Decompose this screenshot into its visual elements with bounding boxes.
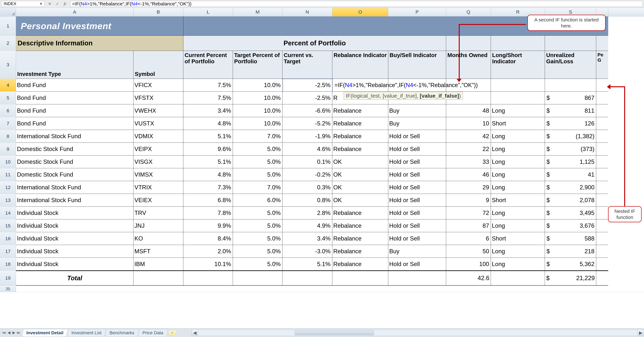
sheet-tab-investment-detail[interactable]: Investment Detail bbox=[22, 329, 68, 336]
cell-B11[interactable]: VIMSX bbox=[134, 168, 183, 181]
cell-S10[interactable]: $1,125 bbox=[545, 156, 596, 168]
cell-S13[interactable]: $2,078 bbox=[545, 194, 596, 206]
cell-T5[interactable] bbox=[596, 92, 608, 104]
row-10-hdr[interactable]: 10 bbox=[0, 156, 16, 168]
cell-R14[interactable]: Long bbox=[491, 206, 545, 220]
cell-A14[interactable]: Individual Stock bbox=[16, 206, 134, 220]
cell-B6[interactable]: VWEHX bbox=[134, 104, 183, 117]
cell-S6[interactable]: $811 bbox=[545, 104, 596, 117]
hdr-longshort[interactable]: Long/Short Indicator bbox=[491, 51, 545, 79]
row-14-hdr[interactable]: 14 bbox=[0, 206, 16, 220]
cell-T13[interactable] bbox=[596, 194, 608, 206]
cell-S18[interactable]: $5,362 bbox=[545, 258, 596, 270]
cell-A18[interactable]: Individual Stock bbox=[16, 258, 134, 270]
cell-R16[interactable]: Short bbox=[491, 232, 545, 245]
cell-Q15[interactable]: 87 bbox=[446, 220, 491, 232]
cell-A10[interactable]: Domestic Stock Fund bbox=[16, 156, 134, 168]
total-label[interactable]: Total bbox=[16, 270, 134, 286]
cell-B10[interactable]: VISGX bbox=[134, 156, 183, 168]
cell-P18[interactable]: Hold or Sell bbox=[388, 258, 446, 270]
cell-T8[interactable] bbox=[596, 130, 608, 143]
total-b[interactable] bbox=[134, 270, 183, 286]
hdr-rebalance[interactable]: Rebalance Indicator bbox=[332, 51, 388, 79]
cell-B15[interactable]: JNJ bbox=[134, 220, 183, 232]
cell-Q8[interactable]: 42 bbox=[446, 130, 491, 143]
row-4-hdr[interactable]: 4 bbox=[0, 79, 16, 92]
cell-M5[interactable]: 10.0% bbox=[233, 92, 282, 104]
cell-P10[interactable]: Hold or Sell bbox=[388, 156, 446, 168]
cell-N6[interactable]: -6.6% bbox=[282, 104, 332, 117]
tab-last-icon[interactable]: ⏭ bbox=[16, 330, 21, 335]
tab-next-icon[interactable]: ▶ bbox=[12, 330, 16, 335]
cell-N14[interactable]: 2.8% bbox=[282, 206, 332, 220]
cell-B9[interactable]: VEIPX bbox=[134, 143, 183, 156]
cell-Q7[interactable]: 10 bbox=[446, 117, 491, 130]
row-9-hdr[interactable]: 9 bbox=[0, 143, 16, 156]
cell-B18[interactable]: IBM bbox=[134, 258, 183, 270]
cell-R5[interactable] bbox=[491, 92, 545, 104]
row-7-hdr[interactable]: 7 bbox=[0, 117, 16, 130]
cell-B8[interactable]: VDMIX bbox=[134, 130, 183, 143]
cell-T14[interactable] bbox=[596, 206, 608, 220]
cell-R7[interactable]: Short bbox=[491, 117, 545, 130]
cell-L13[interactable]: 6.8% bbox=[183, 194, 233, 206]
cell-L8[interactable]: 5.1% bbox=[183, 130, 233, 143]
cell-R17[interactable]: Long bbox=[491, 245, 545, 258]
total-q[interactable]: 42.6 bbox=[446, 270, 491, 286]
hdr-current-vs-target[interactable]: Current vs. Target bbox=[282, 51, 332, 79]
total-o[interactable] bbox=[332, 270, 388, 286]
cell-O17[interactable]: Rebalance bbox=[332, 245, 388, 258]
cell-O7[interactable]: Rebalance bbox=[332, 117, 388, 130]
cell-L5[interactable]: 7.5% bbox=[183, 92, 233, 104]
cell-S5[interactable]: $867 bbox=[545, 92, 596, 104]
cell-L12[interactable]: 7.3% bbox=[183, 181, 233, 194]
row-13-hdr[interactable]: 13 bbox=[0, 194, 16, 206]
cell-S9[interactable]: $(373) bbox=[545, 143, 596, 156]
cell-M17[interactable]: 5.0% bbox=[233, 245, 282, 258]
cell-L10[interactable]: 5.1% bbox=[183, 156, 233, 168]
cell-T10[interactable] bbox=[596, 156, 608, 168]
row-16-hdr[interactable]: 16 bbox=[0, 232, 16, 245]
cell-N13[interactable]: 0.8% bbox=[282, 194, 332, 206]
cell-N12[interactable]: 0.3% bbox=[282, 181, 332, 194]
cell-A16[interactable]: Individual Stock bbox=[16, 232, 134, 245]
cell-L17[interactable]: 2.0% bbox=[183, 245, 233, 258]
cell-Q13[interactable]: 9 bbox=[446, 194, 491, 206]
cell-R10[interactable]: Long bbox=[491, 156, 545, 168]
cell-T17[interactable] bbox=[596, 245, 608, 258]
cell-A17[interactable]: Individual Stock bbox=[16, 245, 134, 258]
blank-r2[interactable] bbox=[491, 36, 545, 51]
blank-q2[interactable] bbox=[446, 36, 491, 51]
cell-N10[interactable]: 0.1% bbox=[282, 156, 332, 168]
cell-Q6[interactable]: 48 bbox=[446, 104, 491, 117]
cell-R12[interactable]: Long bbox=[491, 181, 545, 194]
cell-L14[interactable]: 7.8% bbox=[183, 206, 233, 220]
title-cell[interactable]: Personal Investment bbox=[16, 16, 183, 36]
col-Q[interactable]: Q bbox=[446, 8, 491, 16]
hdr-months[interactable]: Months Owned bbox=[446, 51, 491, 79]
sheet-tab-investment-list[interactable]: Investment List bbox=[67, 329, 106, 336]
cell-O8[interactable]: Rebalance bbox=[332, 130, 388, 143]
row-15-hdr[interactable]: 15 bbox=[0, 220, 16, 232]
sheet-tab-benchmarks[interactable]: Benchmarks bbox=[105, 329, 139, 336]
row-1-hdr[interactable]: 1 bbox=[0, 16, 16, 36]
row-2-hdr[interactable]: 2 bbox=[0, 36, 16, 51]
cell-O10[interactable]: OK bbox=[332, 156, 388, 168]
cell-P6[interactable]: Buy bbox=[388, 104, 446, 117]
row-8-hdr[interactable]: 8 bbox=[0, 130, 16, 143]
row-20-cells[interactable] bbox=[16, 286, 644, 292]
cell-M6[interactable]: 10.0% bbox=[233, 104, 282, 117]
cell-Q17[interactable]: 50 bbox=[446, 245, 491, 258]
total-l[interactable] bbox=[183, 270, 233, 286]
cell-M4[interactable]: 10.0% bbox=[233, 79, 282, 92]
cell-M15[interactable]: 5.0% bbox=[233, 220, 282, 232]
blank-t2[interactable] bbox=[596, 36, 608, 51]
hdr-current-pct[interactable]: Current Percent of Portfolio bbox=[183, 51, 233, 79]
cell-T6[interactable] bbox=[596, 104, 608, 117]
cell-L18[interactable]: 10.1% bbox=[183, 258, 233, 270]
cell-R13[interactable]: Short bbox=[491, 194, 545, 206]
cell-P9[interactable]: Hold or Sell bbox=[388, 143, 446, 156]
cell-N18[interactable]: 5.1% bbox=[282, 258, 332, 270]
hscroll-right-icon[interactable]: ▶ bbox=[638, 330, 644, 336]
cell-N17[interactable]: -3.0% bbox=[282, 245, 332, 258]
